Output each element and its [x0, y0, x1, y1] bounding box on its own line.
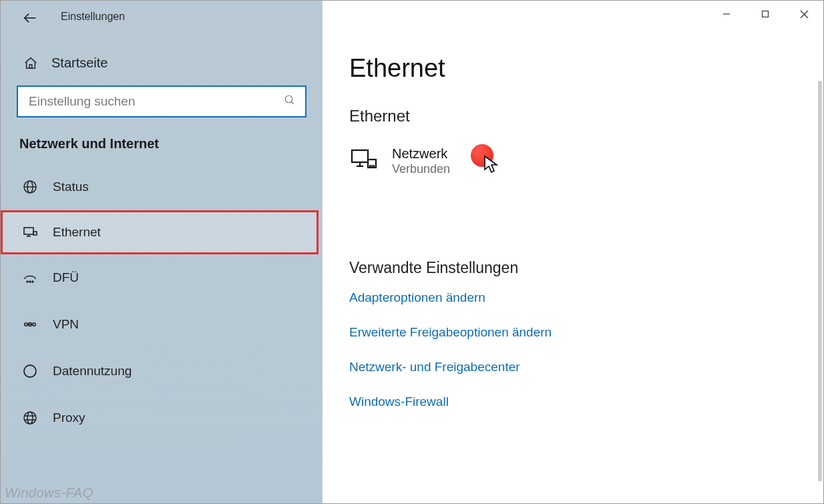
sidebar-item-label: Proxy	[53, 411, 85, 425]
svg-point-18	[25, 323, 27, 326]
svg-point-16	[29, 281, 31, 282]
related-link-adapter[interactable]: Adapteroptionen ändern	[349, 290, 797, 305]
watermark: Windows-FAQ	[5, 485, 93, 501]
sidebar-item-datausage[interactable]: Datennutzung	[1, 348, 323, 395]
sidebar-item-label: Status	[53, 180, 89, 194]
sidebar-item-status[interactable]: Status	[1, 164, 323, 210]
search-input[interactable]	[27, 93, 284, 109]
home-icon	[23, 56, 38, 71]
window-controls	[707, 1, 823, 27]
window-body: Einstellungen Startseite Netzwerk und In…	[1, 1, 823, 503]
sidebar-item-proxy[interactable]: Proxy	[1, 395, 323, 441]
sidebar-item-vpn[interactable]: VPN	[1, 301, 323, 348]
related-settings: Verwandte Einstellungen Adapteroptionen …	[349, 259, 797, 409]
annotation-click-marker	[471, 144, 493, 167]
sidebar-home[interactable]: Startseite	[1, 27, 323, 85]
minimize-icon	[723, 10, 731, 18]
related-title: Verwandte Einstellungen	[349, 259, 797, 277]
related-link-sharing[interactable]: Erweiterte Freigabeoptionen ändern	[349, 325, 797, 340]
network-icon	[349, 148, 379, 174]
svg-rect-11	[24, 228, 33, 234]
related-link-firewall[interactable]: Windows-Firewall	[349, 395, 797, 409]
network-name: Netzwerk	[392, 146, 450, 162]
sidebar-item-ethernet[interactable]: Ethernet	[1, 210, 319, 254]
svg-point-19	[33, 323, 35, 326]
globe-icon	[22, 179, 38, 195]
svg-rect-5	[29, 64, 32, 68]
content-pane: Ethernet Ethernet Netzwerk Verbunden Ver…	[323, 1, 823, 503]
sidebar-item-dfu[interactable]: DFÜ	[1, 254, 323, 301]
sidebar-item-label: Ethernet	[53, 225, 101, 240]
svg-line-7	[291, 101, 294, 104]
network-item[interactable]: Netzwerk Verbunden	[349, 143, 630, 179]
svg-point-22	[24, 365, 36, 377]
search-icon	[284, 94, 296, 109]
settings-window: Einstellungen Startseite Netzwerk und In…	[0, 0, 824, 504]
svg-point-6	[285, 95, 292, 103]
sidebar-item-label: DFÜ	[53, 270, 79, 285]
sidebar-item-label: VPN	[53, 317, 79, 332]
related-link-center[interactable]: Netzwerk- und Freigabecenter	[349, 360, 797, 374]
svg-rect-1	[763, 11, 769, 17]
datausage-icon	[22, 363, 38, 379]
dialup-icon	[22, 270, 38, 286]
back-button[interactable]	[21, 9, 39, 27]
sidebar: Einstellungen Startseite Netzwerk und In…	[1, 1, 323, 503]
network-status: Verbunden	[392, 162, 450, 176]
maximize-icon	[761, 10, 769, 18]
scrollbar[interactable]	[818, 81, 822, 481]
proxy-icon	[22, 410, 38, 426]
vpn-icon	[22, 316, 38, 332]
close-icon	[800, 10, 809, 19]
minimize-button[interactable]	[707, 1, 746, 27]
search-input-wrap[interactable]	[17, 85, 306, 117]
ethernet-icon	[22, 224, 38, 240]
sidebar-item-label: Datennutzung	[53, 364, 132, 379]
svg-point-23	[24, 412, 36, 424]
svg-rect-14	[33, 232, 37, 235]
maximize-button[interactable]	[746, 1, 785, 27]
back-arrow-icon	[23, 11, 37, 25]
sidebar-home-label: Startseite	[51, 55, 108, 71]
app-title: Einstellungen	[61, 11, 125, 23]
svg-point-15	[27, 281, 28, 282]
svg-rect-27	[352, 150, 368, 162]
sidebar-nav: Status Ethernet DFÜ	[1, 164, 323, 441]
page-title: Ethernet	[349, 54, 797, 83]
close-button[interactable]	[785, 1, 823, 27]
sidebar-section-title: Netzwerk und Internet	[1, 136, 323, 164]
section-subtitle: Ethernet	[349, 107, 797, 125]
svg-point-24	[27, 412, 33, 424]
svg-point-17	[32, 281, 33, 282]
